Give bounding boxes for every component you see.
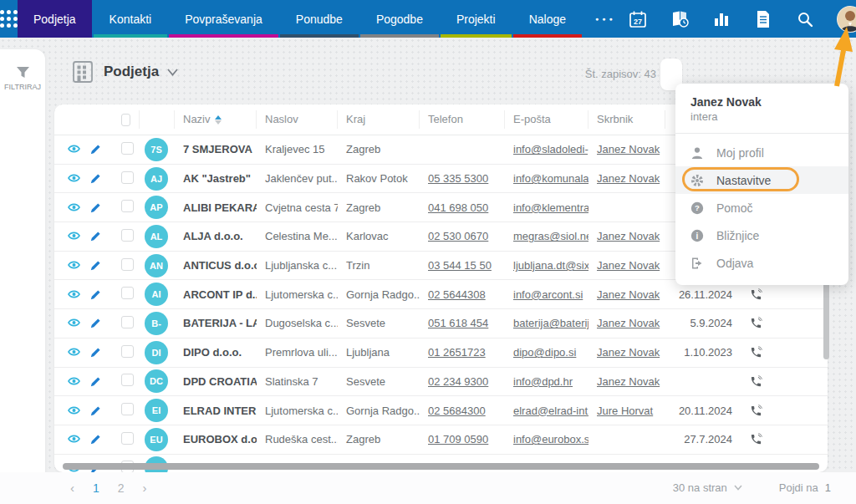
cell-eposta[interactable]: dipo@dipo.si	[505, 346, 588, 359]
call-icon[interactable]	[750, 405, 762, 417]
table-row[interactable]: B- BATERIJA - LA... Dugoselska c... Sesv…	[54, 309, 828, 339]
cell-telefon[interactable]: 01 2651723	[420, 346, 505, 359]
page-button-2[interactable]: 2	[118, 481, 125, 495]
cell-skrbnik[interactable]: Janez Novak	[588, 230, 665, 242]
cell-telefon[interactable]: 02 234 9300	[420, 375, 505, 388]
cell-naziv[interactable]: AK "Jastreb"	[175, 172, 257, 185]
edit-icon[interactable]	[90, 260, 101, 271]
cell-naziv[interactable]: ALJA d.o.o.	[175, 230, 257, 242]
cell-telefon[interactable]: 05 335 5300	[420, 172, 505, 185]
table-row[interactable]: DI DIPO d.o.o. Premrlova uli... Ljubljan…	[54, 339, 828, 368]
view-icon[interactable]	[68, 376, 80, 386]
cell-naziv[interactable]: 7 SMJEROVA	[175, 143, 257, 155]
edit-icon[interactable]	[90, 202, 101, 213]
cell-skrbnik[interactable]: Janez Novak	[588, 172, 665, 185]
cell-eposta[interactable]: ljubljana.dt@sixt	[505, 259, 588, 272]
row-checkbox[interactable]	[121, 200, 134, 212]
cell-eposta[interactable]: info@arcont.si	[505, 288, 588, 301]
cell-telefon[interactable]: 041 698 050	[420, 201, 505, 214]
call-icon[interactable]	[750, 375, 762, 388]
call-icon[interactable]	[750, 288, 762, 301]
view-icon[interactable]	[68, 260, 80, 270]
cell-telefon[interactable]: 01 709 0590	[420, 433, 505, 445]
cell-skrbnik[interactable]: Janez Novak	[588, 317, 665, 329]
edit-icon[interactable]	[90, 318, 101, 328]
menu-item-bližnjice[interactable]: iBližnjice	[675, 221, 848, 249]
edit-icon[interactable]	[90, 405, 101, 416]
cell-eposta[interactable]: info@sladoledi-p	[505, 143, 588, 155]
menu-item-moj-profil[interactable]: Moj profil	[675, 139, 848, 166]
column-header-eposta[interactable]: E-pošta	[505, 110, 588, 129]
menu-item-odjava[interactable]: Odjava	[675, 249, 848, 277]
edit-icon[interactable]	[90, 173, 101, 184]
cell-skrbnik[interactable]: Janez Novak	[588, 346, 665, 359]
cell-telefon[interactable]: 051 618 454	[420, 317, 505, 329]
edit-icon[interactable]	[90, 144, 101, 155]
page-size-select[interactable]: 30 na stran	[673, 481, 727, 494]
tab-naloge[interactable]: Naloge	[513, 0, 582, 38]
cell-eposta[interactable]: info@klementra	[505, 201, 588, 214]
column-header-kraj[interactable]: Kraj	[338, 110, 420, 129]
cell-naziv[interactable]: ALIBI PEKARA...	[175, 201, 257, 214]
view-icon[interactable]	[68, 405, 80, 415]
user-menu-trigger[interactable]	[837, 6, 856, 33]
cell-naziv[interactable]: ANTICUS d.o.o.	[175, 259, 257, 272]
cell-naziv[interactable]: EUROBOX d.o...	[175, 433, 257, 445]
cell-skrbnik[interactable]: Janez Novak	[588, 143, 665, 155]
cell-telefon[interactable]: 03 544 15 50	[420, 259, 505, 272]
cell-skrbnik[interactable]: Janez Novak	[588, 375, 665, 388]
cell-telefon[interactable]: 02 5644308	[420, 288, 505, 301]
search-button[interactable]	[795, 9, 815, 29]
cell-naziv[interactable]: ELRAD INTER...	[175, 405, 257, 417]
column-header-naziv[interactable]: Naziv	[175, 110, 257, 129]
view-icon[interactable]	[68, 347, 80, 357]
view-icon[interactable]	[68, 231, 80, 241]
tab-pogodbe[interactable]: Pogodbe	[360, 0, 439, 38]
goto-page-input[interactable]: 1	[825, 481, 831, 494]
menu-item-nastavitve[interactable]: Nastavitve	[675, 166, 848, 194]
edit-icon[interactable]	[90, 231, 101, 242]
documents-button[interactable]	[753, 9, 773, 29]
cell-skrbnik[interactable]: Jure Horvat	[588, 405, 665, 417]
table-row[interactable]: EU EUROBOX d.o... Rudeška cest... Zagreb…	[54, 425, 828, 455]
call-icon[interactable]	[750, 317, 762, 329]
view-icon[interactable]	[68, 318, 80, 328]
cell-telefon[interactable]: 02 530 0670	[420, 230, 505, 242]
cell-eposta[interactable]: elrad@elrad-int.	[505, 405, 588, 417]
row-checkbox[interactable]	[121, 258, 134, 271]
tab-ponudbe[interactable]: Ponudbe	[280, 0, 359, 38]
call-icon[interactable]	[750, 433, 762, 445]
calendar-button[interactable]: 27	[628, 9, 648, 29]
row-checkbox[interactable]	[121, 171, 134, 184]
call-icon[interactable]	[750, 346, 762, 359]
table-row[interactable]: EI ELRAD INTER... Ljutomerska c... Gornj…	[54, 396, 828, 425]
row-checkbox[interactable]	[121, 403, 134, 415]
cell-eposta[interactable]: megras@siol.ne	[505, 230, 588, 242]
row-checkbox[interactable]	[121, 229, 134, 242]
more-tabs-button[interactable]: ●●●	[583, 0, 628, 38]
activities-button[interactable]	[670, 9, 690, 29]
reports-button[interactable]	[711, 9, 731, 29]
tab-podjetja[interactable]: Podjetja	[18, 0, 92, 38]
table-row[interactable]: DC DPD CROATIA... Slatinska 7 Sesvete 02…	[54, 368, 828, 397]
horizontal-scrollbar[interactable]	[63, 463, 819, 470]
cell-naziv[interactable]: ARCONT IP d....	[175, 288, 257, 301]
row-checkbox[interactable]	[121, 287, 134, 299]
cell-naziv[interactable]: BATERIJA - LA...	[175, 317, 257, 329]
app-launcher-button[interactable]	[0, 0, 18, 38]
cell-naziv[interactable]: DPD CROATIA...	[175, 375, 257, 388]
next-page-button[interactable]: ›	[143, 481, 147, 495]
view-icon[interactable]	[68, 144, 80, 154]
column-header-naslov[interactable]: Naslov	[257, 110, 338, 129]
view-icon[interactable]	[68, 434, 80, 444]
column-header-skrbnik[interactable]: Skrbnik	[588, 110, 665, 129]
edit-icon[interactable]	[90, 289, 101, 300]
row-checkbox[interactable]	[121, 316, 134, 328]
edit-icon[interactable]	[90, 347, 101, 358]
page-button-1[interactable]: 1	[93, 481, 99, 495]
cell-skrbnik[interactable]: Janez Novak	[588, 288, 665, 301]
menu-item-pomoč[interactable]: ?Pomoč	[675, 194, 848, 221]
cell-eposta[interactable]: info@dpd.hr	[505, 375, 588, 388]
edit-icon[interactable]	[90, 376, 101, 387]
tab-kontakti[interactable]: Kontakti	[94, 0, 168, 38]
